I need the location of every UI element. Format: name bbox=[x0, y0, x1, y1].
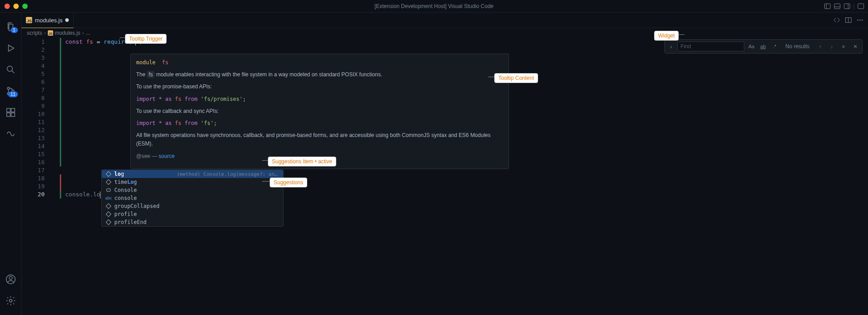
tooltip-para-2: To use the promise-based APIs: bbox=[136, 83, 503, 91]
layout-panel-left-icon[interactable] bbox=[824, 3, 831, 10]
find-prev-icon[interactable]: ↑ bbox=[816, 42, 825, 51]
svg-rect-26 bbox=[106, 179, 111, 184]
find-results-text: No results bbox=[785, 43, 810, 50]
split-editor-icon[interactable] bbox=[845, 17, 852, 24]
find-toggle-replace-icon[interactable]: › bbox=[668, 43, 675, 50]
tab-modules-js[interactable]: JS modules.js bbox=[21, 12, 74, 28]
suggestion-item-profileend[interactable]: profileEnd bbox=[102, 218, 283, 226]
variable-icon bbox=[105, 187, 112, 193]
find-match-case-icon[interactable]: Aa bbox=[747, 42, 756, 51]
chevron-right-icon: › bbox=[44, 30, 46, 36]
modified-indicator-icon bbox=[65, 18, 69, 22]
more-actions-icon[interactable] bbox=[856, 17, 864, 24]
find-input[interactable] bbox=[677, 41, 744, 51]
svg-point-22 bbox=[857, 20, 859, 21]
svg-point-10 bbox=[7, 87, 9, 90]
tooltip-signature: module fs bbox=[136, 58, 503, 67]
chevron-right-icon: › bbox=[82, 30, 84, 36]
svg-rect-14 bbox=[7, 113, 10, 116]
annotation-widget: Widget bbox=[654, 31, 679, 41]
svg-point-23 bbox=[860, 20, 861, 21]
breadcrumb-seg-file[interactable]: modules.js bbox=[55, 30, 80, 36]
svg-rect-28 bbox=[106, 203, 111, 208]
suggestion-item-log[interactable]: log (method) Console.log(message?: any, … bbox=[102, 170, 283, 178]
activity-account[interactable] bbox=[0, 269, 21, 290]
suggestion-item-console-word[interactable]: abc console bbox=[102, 194, 283, 202]
hover-tooltip[interactable]: module fs The fs module enables interact… bbox=[130, 54, 509, 169]
annotation-suggest-item: Suggestions Item • active bbox=[268, 157, 336, 166]
svg-line-9 bbox=[12, 71, 14, 74]
breadcrumb-seg-symbol[interactable]: ... bbox=[86, 30, 90, 36]
activity-settings[interactable] bbox=[0, 290, 21, 311]
explorer-badge: 1 bbox=[11, 27, 18, 33]
find-next-icon[interactable]: ↓ bbox=[827, 42, 836, 51]
find-widget[interactable]: › Aa ab .* No results ↑ ↓ ≡ ✕ bbox=[664, 39, 863, 54]
svg-rect-27 bbox=[107, 189, 110, 191]
window-title: [Extension Development Host] Visual Stud… bbox=[375, 3, 494, 9]
tab-label: modules.js bbox=[35, 17, 63, 24]
layout-panel-bottom-icon[interactable] bbox=[834, 3, 841, 10]
svg-point-17 bbox=[9, 277, 12, 280]
tooltip-source-link[interactable]: source bbox=[159, 153, 175, 159]
window-minimize-button[interactable] bbox=[13, 4, 19, 9]
method-icon bbox=[105, 179, 112, 185]
tooltip-para-1: The fs module enables interacting with t… bbox=[136, 70, 503, 79]
window-maximize-button[interactable] bbox=[22, 4, 28, 9]
layout-panel-right-icon[interactable] bbox=[843, 3, 851, 10]
svg-rect-4 bbox=[844, 4, 850, 8]
tooltip-code-1: import * as fs from 'fs/promises'; bbox=[136, 95, 503, 104]
method-icon bbox=[105, 219, 112, 225]
find-close-icon[interactable]: ✕ bbox=[851, 42, 860, 51]
line-numbers-gutter: 1 2 3 4 5 6 7 8 9 10 11 12 13 14 15 16 1… bbox=[21, 38, 53, 315]
tooltip-code-2: import * as fs from 'fs'; bbox=[136, 119, 503, 128]
annotation-suggestions: Suggestions bbox=[270, 178, 307, 187]
title-bar: [Extension Development Host] Visual Stud… bbox=[0, 0, 868, 12]
annotation-tooltip-content: Tooltip Content bbox=[494, 73, 538, 83]
text-icon: abc bbox=[105, 195, 112, 201]
find-in-selection-icon[interactable]: ≡ bbox=[839, 42, 848, 51]
method-icon bbox=[105, 203, 112, 209]
svg-point-19 bbox=[9, 299, 12, 302]
window-close-button[interactable] bbox=[4, 4, 10, 9]
tooltip-para-3: To use the callback and sync APIs: bbox=[136, 107, 503, 116]
svg-rect-29 bbox=[106, 211, 111, 216]
activity-custom[interactable] bbox=[0, 123, 21, 145]
svg-point-8 bbox=[7, 66, 13, 71]
method-icon bbox=[105, 171, 112, 177]
svg-rect-2 bbox=[834, 4, 840, 8]
annotation-tooltip-trigger: Tooltip Trigger bbox=[125, 34, 167, 44]
svg-rect-6 bbox=[858, 4, 864, 8]
svg-rect-16 bbox=[11, 108, 15, 112]
breadcrumb-seg-scripts[interactable]: scripts bbox=[27, 30, 42, 36]
tooltip-para-4: All file system operations have synchron… bbox=[136, 131, 503, 148]
svg-rect-25 bbox=[106, 171, 111, 176]
activity-scm[interactable]: 11 bbox=[0, 80, 21, 102]
method-icon bbox=[105, 211, 112, 217]
activity-explorer[interactable]: 1 bbox=[0, 16, 21, 37]
suggestion-item-profile[interactable]: profile bbox=[102, 210, 283, 218]
js-file-icon: JS bbox=[48, 30, 53, 36]
find-regex-icon[interactable]: .* bbox=[770, 42, 779, 51]
svg-point-24 bbox=[862, 20, 863, 21]
scm-badge: 11 bbox=[8, 91, 17, 97]
svg-marker-7 bbox=[8, 45, 14, 51]
activity-bar: 1 11 bbox=[0, 12, 21, 315]
suggestion-item-timelog[interactable]: timeLog bbox=[102, 178, 283, 186]
activity-run-debug[interactable] bbox=[0, 37, 21, 59]
suggestion-item-console-class[interactable]: Console bbox=[102, 186, 283, 194]
suggestions-list[interactable]: log (method) Console.log(message?: any, … bbox=[101, 170, 284, 227]
activity-search[interactable] bbox=[0, 59, 21, 80]
activity-extensions[interactable] bbox=[0, 102, 21, 123]
layout-customize-icon[interactable] bbox=[857, 3, 864, 10]
svg-rect-13 bbox=[7, 108, 10, 112]
compare-changes-icon[interactable] bbox=[833, 17, 840, 24]
find-whole-word-icon[interactable]: ab bbox=[759, 42, 768, 51]
suggestion-item-groupcollapsed[interactable]: groupCollapsed bbox=[102, 202, 283, 210]
svg-rect-15 bbox=[11, 113, 15, 116]
js-file-icon: JS bbox=[26, 17, 32, 23]
tabs-bar: JS modules.js bbox=[21, 12, 868, 28]
svg-rect-0 bbox=[824, 4, 830, 8]
svg-rect-30 bbox=[106, 220, 111, 224]
